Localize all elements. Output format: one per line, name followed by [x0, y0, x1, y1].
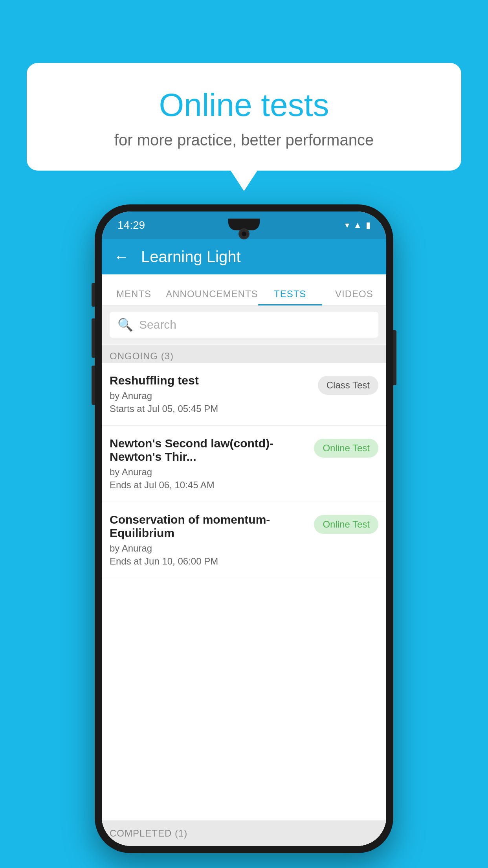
test-badge-newton: Online Test — [314, 439, 378, 458]
test-info-reshuffling: Reshuffling test by Anurag Starts at Jul… — [110, 374, 312, 414]
test-date-reshuffling: Starts at Jul 05, 05:45 PM — [110, 403, 312, 414]
signal-icon: ▲ — [353, 220, 362, 230]
test-name-reshuffling: Reshuffling test — [110, 374, 312, 387]
test-name-conservation: Conservation of momentum-Equilibrium — [110, 513, 308, 540]
test-badge-reshuffling: Class Test — [318, 376, 378, 395]
bubble-title: Online tests — [46, 86, 442, 123]
front-camera — [238, 228, 250, 239]
test-badge-conservation: Online Test — [314, 515, 378, 534]
tab-announcements[interactable]: ANNOUNCEMENTS — [166, 289, 258, 305]
test-author-newton: by Anurag — [110, 467, 308, 478]
phone-button-volume-up[interactable] — [92, 318, 95, 358]
phone-frame: 14:29 ▾ ▲ ▮ ← Learning Light MENTS ANNOU… — [95, 204, 393, 853]
ongoing-label: ONGOING (3) — [110, 351, 174, 361]
test-name-newton: Newton's Second law(contd)-Newton's Thir… — [110, 437, 308, 463]
phone-mockup: 14:29 ▾ ▲ ▮ ← Learning Light MENTS ANNOU… — [95, 204, 393, 853]
test-item-conservation[interactable]: Conservation of momentum-Equilibrium by … — [102, 502, 386, 578]
test-item-reshuffling[interactable]: Reshuffling test by Anurag Starts at Jul… — [102, 363, 386, 426]
search-box[interactable]: 🔍 Search — [110, 312, 378, 338]
tab-tests[interactable]: TESTS — [258, 289, 322, 305]
search-placeholder: Search — [139, 318, 176, 331]
test-date-conservation: Ends at Jun 10, 06:00 PM — [110, 556, 308, 567]
tabs-bar: MENTS ANNOUNCEMENTS TESTS VIDEOS — [102, 274, 386, 306]
test-info-conservation: Conservation of momentum-Equilibrium by … — [110, 513, 308, 567]
test-author-reshuffling: by Anurag — [110, 390, 312, 401]
phone-button-power[interactable] — [393, 330, 396, 385]
status-time: 14:29 — [117, 219, 145, 232]
test-info-newton: Newton's Second law(contd)-Newton's Thir… — [110, 437, 308, 491]
completed-section-header: COMPLETED (1) — [102, 820, 386, 846]
test-list: Reshuffling test by Anurag Starts at Jul… — [102, 363, 386, 846]
bubble-subtitle: for more practice, better performance — [46, 131, 442, 149]
test-item-newton[interactable]: Newton's Second law(contd)-Newton's Thir… — [102, 426, 386, 502]
phone-notch — [228, 219, 260, 230]
speech-bubble: Online tests for more practice, better p… — [27, 63, 461, 171]
battery-icon: ▮ — [366, 220, 371, 230]
app-header: ← Learning Light — [102, 239, 386, 274]
test-date-newton: Ends at Jul 06, 10:45 AM — [110, 480, 308, 491]
app-title: Learning Light — [141, 248, 241, 266]
completed-label: COMPLETED (1) — [110, 828, 187, 839]
search-container: 🔍 Search — [102, 306, 386, 344]
tab-videos[interactable]: VIDEOS — [322, 289, 386, 305]
search-icon: 🔍 — [117, 317, 133, 332]
phone-button-volume-indicator — [92, 283, 95, 307]
back-button[interactable]: ← — [114, 248, 129, 266]
phone-screen: 14:29 ▾ ▲ ▮ ← Learning Light MENTS ANNOU… — [102, 211, 386, 846]
tab-ments[interactable]: MENTS — [102, 289, 166, 305]
status-icons: ▾ ▲ ▮ — [345, 220, 371, 230]
test-author-conservation: by Anurag — [110, 543, 308, 554]
wifi-icon: ▾ — [345, 220, 349, 230]
phone-button-volume-down[interactable] — [92, 366, 95, 405]
